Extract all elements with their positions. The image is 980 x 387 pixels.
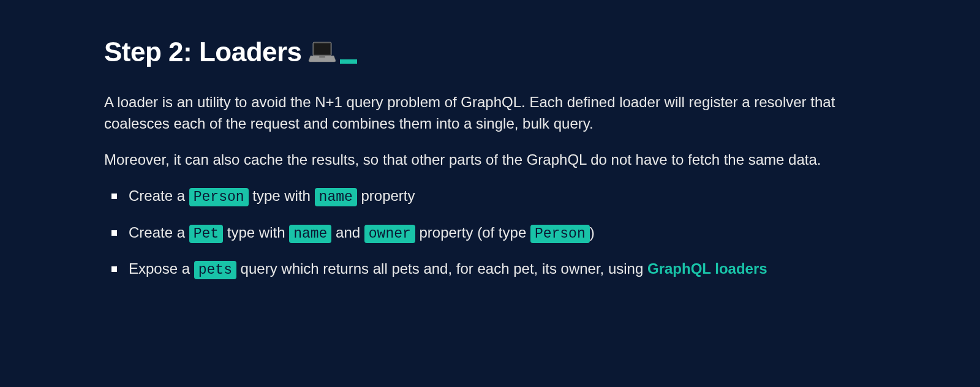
list-item: Create a Pet type with name and owner pr… xyxy=(111,222,876,245)
list-item: Expose a pets query which returns all pe… xyxy=(111,258,876,281)
code-token: pets xyxy=(194,261,236,279)
paragraph-1: A loader is an utility to avoid the N+1 … xyxy=(104,92,876,135)
heading-text: Step 2: Loaders xyxy=(104,37,302,67)
code-token: Person xyxy=(189,188,249,206)
code-token: owner xyxy=(364,225,415,243)
list-item: Create a Person type with name property xyxy=(111,185,876,208)
paragraph-2: Moreover, it can also cache the results,… xyxy=(104,149,876,171)
code-token: Pet xyxy=(189,225,223,243)
laptop-icon xyxy=(308,41,336,63)
code-token: Person xyxy=(530,225,590,243)
code-token: name xyxy=(315,188,357,206)
slide-heading: Step 2: Loaders xyxy=(104,37,876,67)
cursor-icon xyxy=(340,59,357,64)
svg-rect-2 xyxy=(319,56,325,58)
code-token: name xyxy=(289,225,331,243)
svg-rect-1 xyxy=(314,43,330,54)
bullet-list: Create a Person type with name property … xyxy=(104,185,876,281)
graphql-loaders-link[interactable]: GraphQL loaders xyxy=(647,260,767,277)
